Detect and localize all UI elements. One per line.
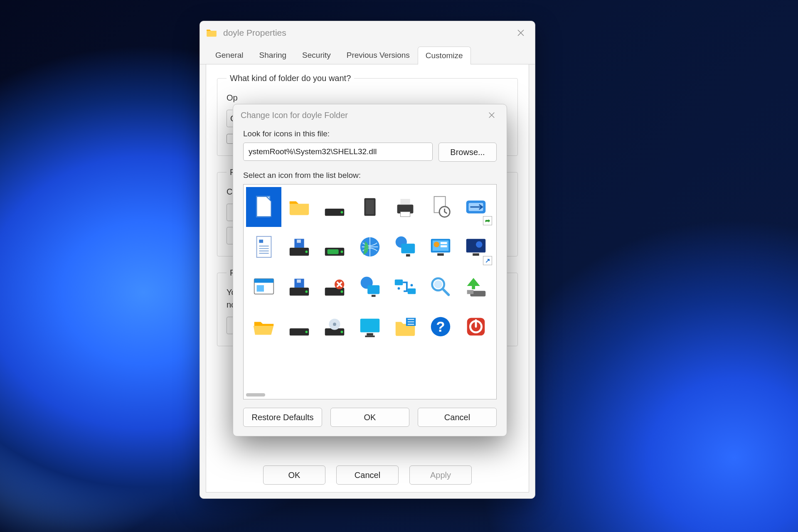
- svg-rect-16: [297, 240, 301, 243]
- printer-icon[interactable]: [388, 187, 423, 227]
- floppy-drive-alt-icon[interactable]: [281, 267, 317, 307]
- tab-customize[interactable]: Customize: [418, 47, 471, 64]
- svg-rect-19: [327, 249, 338, 254]
- properties-title: doyle Properties: [223, 28, 512, 38]
- control-panel-icon[interactable]: [423, 227, 458, 267]
- svg-point-49: [398, 287, 400, 290]
- svg-rect-33: [473, 254, 480, 256]
- svg-rect-4: [366, 200, 374, 214]
- svg-rect-48: [408, 288, 416, 294]
- svg-point-59: [333, 323, 336, 326]
- tab-sharing[interactable]: Sharing: [251, 46, 295, 64]
- close-icon: [488, 112, 495, 118]
- svg-point-2: [340, 211, 343, 214]
- svg-rect-23: [401, 244, 415, 253]
- tab-previous-versions[interactable]: Previous Versions: [339, 46, 418, 64]
- open-folder-icon[interactable]: [246, 307, 281, 347]
- svg-rect-6: [401, 199, 410, 205]
- network-monitor-icon[interactable]: [388, 227, 423, 267]
- svg-text:?: ?: [436, 318, 445, 335]
- network-globe-icon[interactable]: [352, 267, 387, 307]
- change-icon-ok-button[interactable]: OK: [330, 408, 409, 427]
- tab-security[interactable]: Security: [294, 46, 339, 64]
- close-icon: [517, 29, 525, 37]
- optical-drive-icon[interactable]: [317, 307, 352, 347]
- folder-options-icon[interactable]: [388, 307, 423, 347]
- svg-rect-39: [297, 280, 301, 283]
- svg-rect-29: [441, 245, 447, 247]
- properties-button-row: OK Cancel Apply: [206, 466, 529, 485]
- restore-defaults-button[interactable]: Restore Defaults: [243, 408, 322, 427]
- tab-general[interactable]: General: [207, 46, 251, 64]
- share-overlay-icon: ➦: [483, 216, 492, 225]
- disconnect-drive-icon[interactable]: [317, 267, 352, 307]
- screensaver-icon[interactable]: ↗: [458, 227, 494, 267]
- drive-icon[interactable]: [317, 187, 352, 227]
- svg-rect-13: [259, 240, 263, 243]
- text-document-icon[interactable]: [246, 227, 281, 267]
- svg-rect-31: [466, 239, 486, 253]
- eject-drive-icon[interactable]: [458, 267, 494, 307]
- run-icon[interactable]: ➦: [458, 187, 494, 227]
- svg-rect-47: [395, 280, 403, 286]
- change-icon-titlebar[interactable]: Change Icon for doyle Folder: [233, 104, 507, 126]
- blank-document-icon[interactable]: [246, 187, 281, 227]
- icon-list[interactable]: ➦↗?: [243, 184, 497, 399]
- chip-icon[interactable]: [352, 187, 387, 227]
- svg-point-40: [305, 291, 308, 293]
- svg-point-20: [340, 251, 343, 253]
- svg-rect-45: [367, 285, 379, 294]
- properties-close-button[interactable]: [512, 25, 529, 41]
- svg-rect-54: [467, 290, 474, 294]
- properties-apply-button[interactable]: Apply: [409, 466, 472, 485]
- svg-point-52: [434, 281, 442, 288]
- look-for-icons-label: Look for icons in this file:: [243, 129, 497, 138]
- folder-kind-legend: What kind of folder do you want?: [227, 74, 354, 83]
- folder-icon: [206, 28, 217, 37]
- svg-rect-7: [401, 212, 410, 217]
- svg-rect-12: [256, 236, 271, 257]
- svg-rect-28: [441, 242, 447, 244]
- recent-document-icon[interactable]: [423, 187, 458, 227]
- change-icon-button-row: Restore Defaults OK Cancel: [233, 399, 507, 427]
- svg-point-32: [476, 241, 483, 248]
- shortcut-overlay-icon: ↗: [483, 256, 492, 265]
- optimize-label-partial: Op: [227, 91, 508, 104]
- shutdown-icon[interactable]: [458, 307, 494, 347]
- change-icon-close-button[interactable]: [484, 108, 499, 123]
- svg-rect-46: [372, 295, 376, 297]
- svg-point-60: [340, 331, 343, 333]
- globe-icon[interactable]: [352, 227, 387, 267]
- change-icon-title: Change Icon for doyle Folder: [241, 111, 484, 120]
- svg-point-56: [305, 331, 308, 333]
- svg-rect-62: [367, 333, 373, 336]
- change-icon-cancel-button[interactable]: Cancel: [418, 408, 497, 427]
- svg-rect-24: [406, 254, 410, 256]
- svg-rect-63: [365, 335, 374, 337]
- program-window-icon[interactable]: [246, 267, 281, 307]
- monitor-icon[interactable]: [352, 307, 387, 347]
- svg-rect-35: [254, 279, 273, 283]
- browse-button[interactable]: Browse...: [438, 143, 497, 162]
- icon-list-scrollbar[interactable]: [246, 393, 265, 397]
- svg-rect-36: [256, 285, 264, 292]
- svg-point-42: [340, 291, 343, 293]
- folder-icon[interactable]: [281, 187, 317, 227]
- svg-point-27: [434, 241, 440, 247]
- properties-titlebar[interactable]: doyle Properties: [200, 21, 535, 44]
- properties-cancel-button[interactable]: Cancel: [336, 466, 399, 485]
- hard-drive-icon[interactable]: [281, 307, 317, 347]
- search-icon[interactable]: [423, 267, 458, 307]
- network-connections-icon[interactable]: [388, 267, 423, 307]
- svg-point-17: [305, 251, 308, 253]
- tabstrip: General Sharing Security Previous Versio…: [200, 44, 535, 64]
- help-icon[interactable]: ?: [423, 307, 458, 347]
- change-icon-dialog: Change Icon for doyle Folder Look for ic…: [233, 104, 507, 436]
- floppy-drive-icon[interactable]: [281, 227, 317, 267]
- icon-path-input[interactable]: [243, 143, 433, 161]
- removable-drive-icon[interactable]: [317, 227, 352, 267]
- svg-rect-61: [360, 319, 380, 332]
- svg-rect-30: [438, 254, 444, 256]
- svg-point-50: [411, 284, 413, 286]
- properties-ok-button[interactable]: OK: [263, 466, 325, 485]
